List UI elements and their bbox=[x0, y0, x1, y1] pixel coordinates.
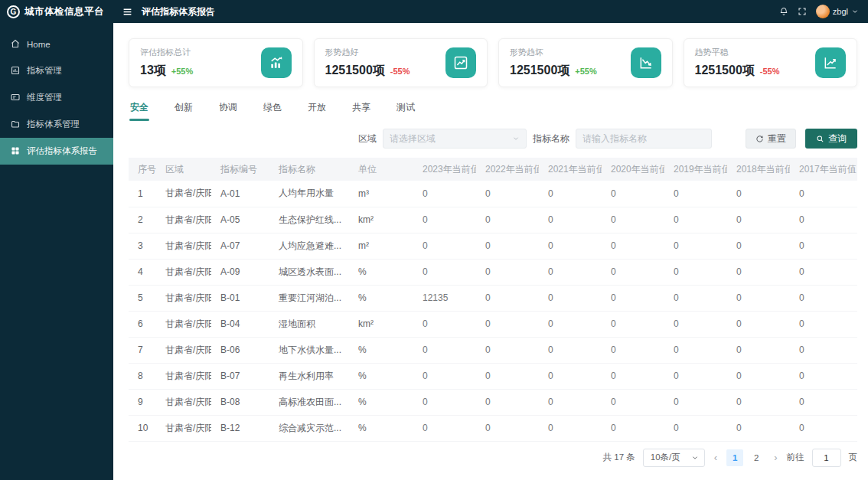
sidebar-item[interactable]: 维度管理 bbox=[0, 84, 113, 111]
cell-value-2019: 0 bbox=[664, 311, 727, 337]
sidebar-item[interactable]: 指标体系管理 bbox=[0, 111, 113, 138]
stat-card: 形势趋坏 1251500项+55% bbox=[498, 38, 673, 87]
table-header-cell: 2019年当前值 bbox=[664, 158, 727, 181]
topbar-right: zbgl bbox=[779, 5, 859, 18]
table-header-cell: 2021年当前值 bbox=[539, 158, 602, 181]
next-page-button[interactable]: › bbox=[772, 452, 778, 463]
stat-card-value-row: 1251500项+55% bbox=[510, 63, 597, 79]
cell-value-2018: 0 bbox=[727, 181, 790, 207]
sidebar-item[interactable]: 评估指标体系报告 bbox=[0, 138, 113, 165]
stat-card-label: 趋势平稳 bbox=[695, 47, 780, 58]
cell-region: 甘肃省/庆阳... bbox=[156, 233, 211, 259]
table-row[interactable]: 7 甘肃省/庆阳... B-06 地下水供水量... % 0 0 0 0 0 0… bbox=[129, 337, 857, 363]
table-row[interactable]: 3 甘肃省/庆阳... A-07 人均应急避难... m² 0 0 0 0 0 … bbox=[129, 233, 857, 259]
fullscreen-icon[interactable] bbox=[798, 7, 807, 16]
cell-index: 5 bbox=[129, 285, 156, 311]
cell-value-2020: 0 bbox=[602, 311, 664, 337]
cell-value-2017: 0 bbox=[790, 285, 857, 311]
cell-code: A-07 bbox=[211, 233, 269, 259]
reset-button[interactable]: 重置 bbox=[746, 129, 796, 149]
sidebar-item-label: 指标管理 bbox=[27, 65, 62, 77]
cell-value-2017: 0 bbox=[790, 259, 857, 285]
cell-value-2021: 0 bbox=[539, 259, 602, 285]
stat-card-delta: -55% bbox=[760, 67, 780, 76]
table-row[interactable]: 6 甘肃省/庆阳... B-04 湿地面积 km² 0 0 0 0 0 0 0 bbox=[129, 311, 857, 337]
table-header-cell: 2018年当前值 bbox=[727, 158, 790, 181]
table-row[interactable]: 10 甘肃省/庆阳... B-12 综合减灾示范... % 0 0 0 0 0 … bbox=[129, 415, 857, 441]
app-brand[interactable]: G 城市体检信息平台 bbox=[0, 0, 113, 23]
cell-index: 4 bbox=[129, 259, 156, 285]
app-title: 城市体检信息平台 bbox=[24, 5, 104, 18]
cell-unit: km² bbox=[349, 207, 413, 233]
avatar bbox=[816, 5, 830, 18]
cell-code: B-12 bbox=[211, 415, 269, 441]
line-chart-up-icon bbox=[445, 47, 476, 78]
cell-value-2019: 0 bbox=[664, 181, 727, 207]
sidebar-item[interactable]: 指标管理 bbox=[0, 57, 113, 84]
table-row[interactable]: 1 甘肃省/庆阳... A-01 人均年用水量 m³ 0 0 0 0 0 0 0 bbox=[129, 181, 857, 207]
cell-unit: km² bbox=[349, 311, 413, 337]
cell-name: 人均年用水量 bbox=[269, 181, 349, 207]
hamburger-icon[interactable] bbox=[122, 7, 132, 17]
total-count: 共 17 条 bbox=[603, 452, 635, 463]
cell-value-2023: 0 bbox=[413, 259, 476, 285]
cell-code: B-07 bbox=[211, 363, 269, 389]
prev-page-button[interactable]: ‹ bbox=[713, 452, 719, 463]
tab[interactable]: 创新 bbox=[173, 101, 194, 121]
tab[interactable]: 共享 bbox=[351, 101, 372, 121]
sidebar-item-label: 指标体系管理 bbox=[27, 119, 80, 130]
goto-page-input[interactable] bbox=[812, 449, 841, 467]
page-number[interactable]: 1 bbox=[726, 449, 743, 466]
stat-card-value: 1251500项 bbox=[695, 64, 755, 77]
cell-name: 人均应急避难... bbox=[269, 233, 349, 259]
search-button[interactable]: 查询 bbox=[805, 129, 857, 149]
cell-name: 城区透水表面... bbox=[269, 259, 349, 285]
stat-card-delta: -55% bbox=[390, 67, 410, 76]
tab[interactable]: 测试 bbox=[395, 101, 416, 121]
cell-value-2022: 0 bbox=[476, 285, 539, 311]
table-row[interactable]: 8 甘肃省/庆阳... B-07 再生水利用率 % 0 0 0 0 0 0 0 bbox=[129, 363, 857, 389]
tab[interactable]: 开放 bbox=[306, 101, 328, 121]
cell-value-2021: 0 bbox=[539, 207, 602, 233]
cell-index: 9 bbox=[129, 389, 156, 415]
cell-value-2021: 0 bbox=[539, 363, 602, 389]
cell-unit: % bbox=[349, 259, 413, 285]
cell-value-2020: 0 bbox=[602, 337, 664, 363]
table-row[interactable]: 4 甘肃省/庆阳... A-09 城区透水表面... % 0 0 0 0 0 0… bbox=[129, 259, 857, 285]
sidebar-item-icon bbox=[11, 66, 20, 77]
filter-bar: 区域 请选择区域 指标名称 重置 查询 bbox=[129, 129, 857, 149]
table-header-cell: 2023年当前值 bbox=[413, 158, 476, 181]
cell-value-2019: 0 bbox=[664, 337, 727, 363]
tab[interactable]: 协调 bbox=[217, 101, 239, 121]
cell-value-2022: 0 bbox=[476, 181, 539, 207]
table-row[interactable]: 2 甘肃省/庆阳... A-05 生态保护红线... km² 0 0 0 0 0… bbox=[129, 207, 857, 233]
stat-card-label: 形势趋坏 bbox=[510, 47, 597, 58]
cell-value-2020: 0 bbox=[602, 181, 664, 207]
page-size-select[interactable]: 10条/页 bbox=[643, 449, 705, 467]
stat-cards-row: 评估指标总计 13项+55% 形势趋好 1251500项-55% 形势趋坏 12… bbox=[129, 38, 857, 87]
cell-unit: m³ bbox=[349, 181, 413, 207]
table-row[interactable]: 5 甘肃省/庆阳... B-01 重要江河湖泊... % 12135 0 0 0… bbox=[129, 285, 857, 311]
cell-value-2019: 0 bbox=[664, 233, 727, 259]
cell-name: 地下水供水量... bbox=[269, 337, 349, 363]
cell-value-2019: 0 bbox=[664, 389, 727, 415]
sidebar-item-icon bbox=[11, 119, 20, 130]
cell-value-2023: 12135 bbox=[413, 285, 476, 311]
bell-icon[interactable] bbox=[779, 7, 788, 16]
sidebar-item[interactable]: Home bbox=[0, 31, 113, 57]
tab[interactable]: 安全 bbox=[129, 101, 150, 121]
table-row[interactable]: 9 甘肃省/庆阳... B-08 高标准农田面... % 0 0 0 0 0 0… bbox=[129, 389, 857, 415]
cell-index: 3 bbox=[129, 233, 156, 259]
indicator-name-input[interactable] bbox=[576, 129, 712, 149]
cell-name: 综合减灾示范... bbox=[269, 415, 349, 441]
sidebar-item-icon bbox=[11, 146, 20, 157]
cell-region: 甘肃省/庆阳... bbox=[156, 311, 211, 337]
user-menu[interactable]: zbgl bbox=[816, 5, 859, 18]
table-header-cell: 2017年当前值 bbox=[790, 158, 857, 181]
page-number[interactable]: 2 bbox=[748, 449, 765, 466]
region-select[interactable]: 请选择区域 bbox=[383, 129, 527, 149]
stat-card-label: 形势趋好 bbox=[325, 47, 410, 58]
cell-name: 重要江河湖泊... bbox=[269, 285, 349, 311]
tab[interactable]: 绿色 bbox=[262, 101, 283, 121]
chevron-down-icon bbox=[851, 8, 859, 15]
